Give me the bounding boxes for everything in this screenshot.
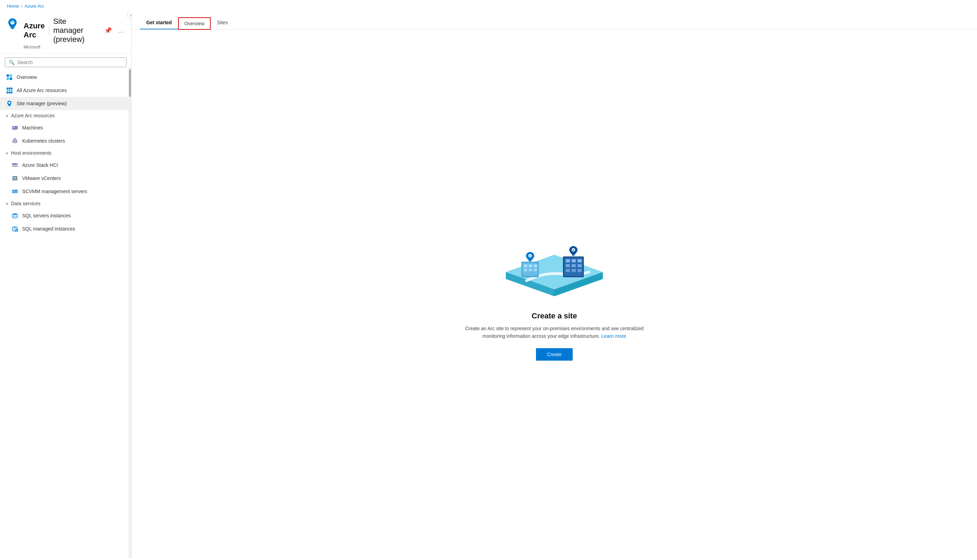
- svg-point-16: [8, 102, 10, 104]
- svg-rect-3: [10, 74, 12, 77]
- svg-rect-14: [11, 92, 12, 93]
- svg-rect-10: [8, 90, 10, 92]
- sidebar-item-all-resources-label: All Azure Arc resources: [17, 88, 67, 93]
- sidebar-item-machines-label: Machines: [22, 125, 43, 130]
- tab-sites[interactable]: Sites: [211, 16, 234, 29]
- svg-rect-59: [566, 259, 570, 262]
- content-area: Get started Overview Sites: [132, 12, 977, 558]
- create-button[interactable]: Create: [536, 348, 573, 361]
- svg-rect-50: [534, 265, 537, 267]
- svg-rect-49: [529, 265, 532, 267]
- sidebar-item-sql-servers[interactable]: SQL servers instances: [0, 209, 131, 222]
- sidebar-item-overview-label: Overview: [17, 74, 37, 80]
- sidebar: Azure Arc Site manager (preview) 📌 … Mic…: [0, 12, 132, 558]
- svg-rect-60: [572, 259, 576, 262]
- learn-more-link[interactable]: Learn more: [601, 333, 626, 339]
- more-button[interactable]: …: [117, 26, 126, 35]
- svg-text:A: A: [529, 255, 531, 257]
- section-azure-arc-resources-label: Azure Arc resources: [11, 113, 55, 118]
- sidebar-item-kubernetes[interactable]: Kubernetes clusters: [0, 134, 131, 147]
- nav-list: Overview All: [0, 71, 131, 558]
- sidebar-item-machines[interactable]: Machines: [0, 121, 131, 134]
- machines-icon: [11, 124, 19, 132]
- tab-overview[interactable]: Overview: [178, 17, 211, 30]
- svg-rect-32: [13, 177, 17, 179]
- service-title-group: Azure Arc Site manager (preview) 📌 … Mic…: [23, 17, 126, 50]
- chevron-down-icon-3: ∨: [5, 202, 8, 206]
- sidebar-item-scvmm-label: SCVMM management servers: [22, 188, 87, 194]
- breadcrumb-home[interactable]: Home: [7, 3, 19, 8]
- svg-rect-51: [524, 268, 527, 272]
- section-azure-arc-resources[interactable]: ∨ Azure Arc resources: [0, 110, 131, 121]
- create-description: Create an Arc site to represent your on-…: [464, 325, 644, 340]
- svg-rect-9: [7, 90, 8, 92]
- breadcrumb: Home › Azure Arc: [0, 0, 977, 12]
- svg-rect-6: [7, 88, 8, 89]
- title-divider: [49, 26, 49, 35]
- breadcrumb-service[interactable]: Azure Arc: [25, 3, 44, 8]
- svg-rect-4: [7, 78, 9, 80]
- search-container: 🔍: [0, 54, 131, 71]
- sidebar-item-sql-managed-label: SQL managed instances: [22, 226, 75, 232]
- sidebar-scrollbar-track: [129, 67, 131, 558]
- sidebar-item-site-manager-label: Site manager (preview): [17, 101, 67, 106]
- sidebar-item-sql-managed[interactable]: M SQL managed instances: [0, 222, 131, 235]
- svg-rect-8: [11, 88, 12, 89]
- sidebar-item-all-resources[interactable]: All Azure Arc resources: [0, 84, 131, 97]
- sidebar-item-vmware-label: VMware vCenters: [22, 175, 61, 181]
- pin-button[interactable]: 📌: [103, 26, 113, 35]
- svg-text:B: B: [572, 249, 574, 251]
- section-data-services[interactable]: ∨ Data services: [0, 198, 131, 209]
- section-data-services-label: Data services: [11, 201, 40, 206]
- page-title: Site manager (preview): [54, 17, 95, 44]
- sidebar-item-sql-servers-label: SQL servers instances: [22, 213, 71, 218]
- section-host-environments[interactable]: ∨ Host environments: [0, 147, 131, 158]
- svg-rect-33: [13, 180, 17, 180]
- svg-point-25: [16, 142, 17, 143]
- chevron-down-icon-2: ∨: [5, 151, 8, 155]
- svg-rect-19: [13, 128, 17, 128]
- header-icons: 📌 …: [103, 26, 126, 35]
- sidebar-item-overview[interactable]: Overview: [0, 71, 131, 84]
- sidebar-item-scvmm[interactable]: SCVMM management servers: [0, 185, 131, 198]
- svg-rect-5: [10, 78, 12, 80]
- svg-rect-35: [13, 190, 15, 192]
- svg-point-26: [12, 142, 13, 143]
- svg-rect-30: [16, 166, 17, 167]
- svg-rect-65: [566, 269, 570, 272]
- sidebar-item-azure-stack-hci[interactable]: Azure Stack HCI: [0, 158, 131, 172]
- svg-rect-63: [572, 264, 576, 267]
- svg-rect-13: [8, 92, 10, 93]
- kubernetes-icon: [11, 137, 19, 145]
- svg-rect-61: [577, 259, 582, 262]
- svg-rect-62: [566, 264, 570, 267]
- svg-rect-18: [13, 127, 15, 128]
- search-input[interactable]: [17, 60, 123, 65]
- chevron-down-icon: ∨: [5, 113, 8, 118]
- azure-arc-icon: [5, 17, 19, 31]
- sidebar-item-site-manager[interactable]: Site manager (preview): [0, 97, 131, 110]
- svg-rect-66: [572, 269, 576, 272]
- svg-rect-64: [577, 264, 582, 267]
- svg-point-24: [15, 138, 15, 139]
- search-box: 🔍: [5, 57, 126, 67]
- svg-rect-7: [8, 88, 10, 89]
- sidebar-item-vmware[interactable]: VMware vCenters: [0, 172, 131, 185]
- svg-rect-52: [529, 268, 532, 272]
- section-host-environments-label: Host environments: [11, 150, 52, 156]
- tab-get-started[interactable]: Get started: [140, 16, 178, 29]
- svg-rect-11: [11, 90, 12, 92]
- svg-rect-17: [12, 126, 18, 130]
- content-body: A: [132, 29, 977, 558]
- scvmm-icon: [11, 188, 19, 195]
- site-illustration: A: [499, 227, 610, 303]
- service-header: Azure Arc Site manager (preview) 📌 … Mic…: [0, 12, 131, 54]
- overview-icon: [5, 73, 13, 81]
- tabs-bar: Get started Overview Sites: [132, 12, 977, 29]
- search-icon: 🔍: [8, 60, 15, 65]
- breadcrumb-separator: ›: [21, 3, 22, 8]
- svg-rect-53: [534, 268, 537, 272]
- svg-point-38: [12, 213, 17, 215]
- sidebar-scrollbar-thumb[interactable]: [129, 69, 131, 97]
- svg-rect-48: [524, 265, 527, 267]
